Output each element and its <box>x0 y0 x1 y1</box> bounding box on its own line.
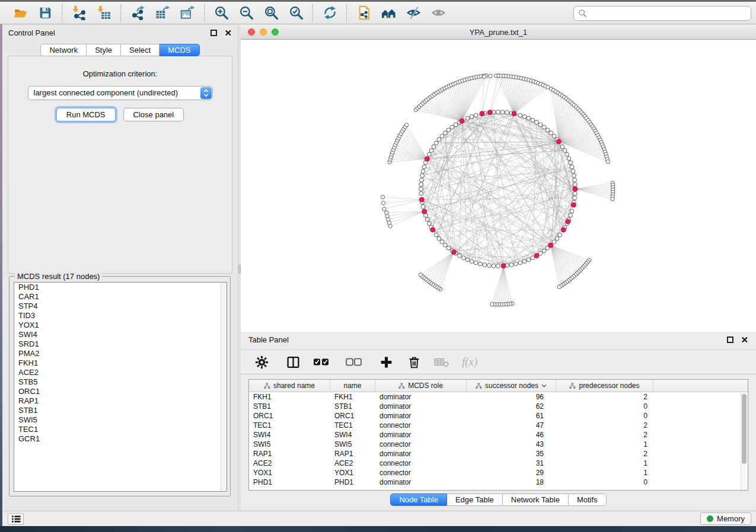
close-panel-icon[interactable]: ✕ <box>224 30 232 36</box>
graph-node[interactable] <box>535 120 539 124</box>
graph-node[interactable] <box>437 137 441 142</box>
graph-node[interactable] <box>573 196 577 200</box>
table-cell-MCDS-role[interactable]: dominator <box>375 430 467 440</box>
mcds-result-item[interactable]: PMA2 <box>14 349 227 358</box>
mcds-result-item[interactable]: YOX1 <box>14 321 227 330</box>
graph-node[interactable] <box>446 246 451 250</box>
graph-node[interactable] <box>479 262 483 266</box>
graph-node[interactable] <box>458 254 462 258</box>
table-row[interactable]: PHD1PHD1dominator180 <box>249 477 748 487</box>
home-button[interactable] <box>379 4 398 22</box>
toggle-panel-layout-button[interactable] <box>285 354 301 370</box>
graph-mcds-hub-node[interactable] <box>425 156 429 161</box>
export-image-button[interactable] <box>178 4 197 22</box>
mcds-result-item[interactable]: TEC1 <box>14 425 227 434</box>
table-row[interactable]: TEC1TEC1connector472 <box>249 421 748 430</box>
mcds-result-list[interactable]: PHD1CAR1STP4TID3YOX1SWI4SRD1PMA2FKH1ACE2… <box>14 282 227 492</box>
graph-node[interactable] <box>450 125 454 129</box>
show-panels-menu-button[interactable] <box>8 513 24 525</box>
table-cell-successor-nodes[interactable]: 47 <box>467 421 556 430</box>
graph-node[interactable] <box>427 152 431 156</box>
column-header-predecessor-nodes[interactable]: predecessor nodes <box>556 380 653 392</box>
column-header-shared-name[interactable]: shared name <box>249 380 330 392</box>
table-cell-name[interactable]: PHD1 <box>330 477 375 487</box>
tab-node-table[interactable]: Node Table <box>390 493 447 506</box>
graph-leaf-node[interactable] <box>382 207 386 211</box>
graph-leaf-node[interactable] <box>546 85 550 89</box>
graph-leaf-node[interactable] <box>404 123 408 127</box>
graph-node[interactable] <box>421 205 425 209</box>
table-row[interactable]: SWI5SWI5connector431 <box>249 440 748 449</box>
table-cell-shared-name[interactable]: SWI4 <box>249 430 330 440</box>
graph-leaf-node[interactable] <box>483 75 486 78</box>
graph-node[interactable] <box>461 256 465 260</box>
table-scrollbar[interactable] <box>741 393 747 490</box>
graph-node[interactable] <box>505 111 509 115</box>
column-header-successor-nodes[interactable]: successor nodes <box>467 380 556 392</box>
graph-node[interactable] <box>558 233 562 237</box>
float-panel-icon[interactable] <box>210 30 217 36</box>
graph-leaf-node[interactable] <box>611 197 614 201</box>
graph-node[interactable] <box>570 209 574 213</box>
graph-node[interactable] <box>470 114 474 118</box>
graph-node[interactable] <box>483 263 487 267</box>
graph-node[interactable] <box>571 169 575 174</box>
graph-node[interactable] <box>419 191 423 196</box>
table-cell-predecessor-nodes[interactable]: 2 <box>556 392 653 402</box>
mcds-result-item[interactable]: ACE2 <box>14 368 227 377</box>
tab-motifs[interactable]: Motifs <box>569 493 607 506</box>
tab-network-table[interactable]: Network Table <box>503 493 569 506</box>
table-cell-name[interactable]: YOX1 <box>330 468 375 477</box>
graph-node[interactable] <box>440 134 444 138</box>
run-mcds-button[interactable]: Run MCDS <box>56 108 116 121</box>
graph-node[interactable] <box>570 165 574 169</box>
graph-node[interactable] <box>420 178 424 182</box>
graph-mcds-hub-node[interactable] <box>451 250 456 255</box>
table-cell-successor-nodes[interactable]: 61 <box>467 411 556 421</box>
memory-button[interactable]: Memory <box>700 512 751 525</box>
graph-node[interactable] <box>542 249 546 253</box>
graph-node[interactable] <box>487 264 492 268</box>
export-table-button[interactable] <box>153 4 172 22</box>
graph-node[interactable] <box>496 110 500 114</box>
close-table-panel-icon[interactable]: ✕ <box>741 336 748 343</box>
table-row[interactable]: SWI4SWI4dominator462 <box>249 430 748 440</box>
graph-node[interactable] <box>446 128 451 132</box>
graph-node[interactable] <box>422 165 426 169</box>
graph-node[interactable] <box>434 233 438 237</box>
graph-mcds-hub-node[interactable] <box>556 139 561 144</box>
graph-node[interactable] <box>454 123 458 127</box>
graph-leaf-node[interactable] <box>419 273 422 277</box>
graph-leaf-node[interactable] <box>606 160 610 164</box>
table-cell-predecessor-nodes[interactable]: 1 <box>556 440 653 449</box>
graph-mcds-hub-node[interactable] <box>487 110 492 115</box>
network-window-titlebar[interactable]: YPA_prune.txt_1 <box>241 25 756 40</box>
table-row[interactable]: YOX1YOX1connector291 <box>249 468 748 477</box>
graph-node[interactable] <box>560 145 564 149</box>
show-panel-eye-button[interactable] <box>429 4 448 22</box>
table-cell-predecessor-nodes[interactable]: 2 <box>556 449 653 459</box>
graph-node[interactable] <box>531 256 535 260</box>
table-cell-shared-name[interactable]: FKH1 <box>249 392 330 402</box>
tab-style[interactable]: Style <box>87 44 121 56</box>
graph-node[interactable] <box>573 178 577 182</box>
delete-column-button[interactable] <box>406 354 422 370</box>
graph-node[interactable] <box>531 118 535 122</box>
import-network-button[interactable] <box>69 4 88 22</box>
graph-node[interactable] <box>527 258 531 262</box>
table-cell-predecessor-nodes[interactable]: 0 <box>556 477 653 487</box>
deselect-all-button[interactable] <box>346 354 366 370</box>
save-session-button[interactable] <box>36 4 55 22</box>
column-header-MCDS-role[interactable]: MCDS role <box>375 380 467 392</box>
graph-node[interactable] <box>440 240 444 244</box>
column-header-name[interactable]: name <box>330 380 375 392</box>
table-row[interactable]: ACE2ACE2connector311 <box>249 459 748 468</box>
mcds-result-item[interactable]: STB1 <box>14 406 227 415</box>
table-cell-name[interactable]: ACE2 <box>330 459 375 468</box>
graph-node[interactable] <box>432 145 436 149</box>
table-cell-MCDS-role[interactable]: dominator <box>375 392 467 402</box>
table-cell-shared-name[interactable]: RAP1 <box>249 449 330 459</box>
graph-node[interactable] <box>572 174 576 178</box>
graph-node[interactable] <box>546 128 550 132</box>
search-field[interactable] <box>573 6 751 21</box>
